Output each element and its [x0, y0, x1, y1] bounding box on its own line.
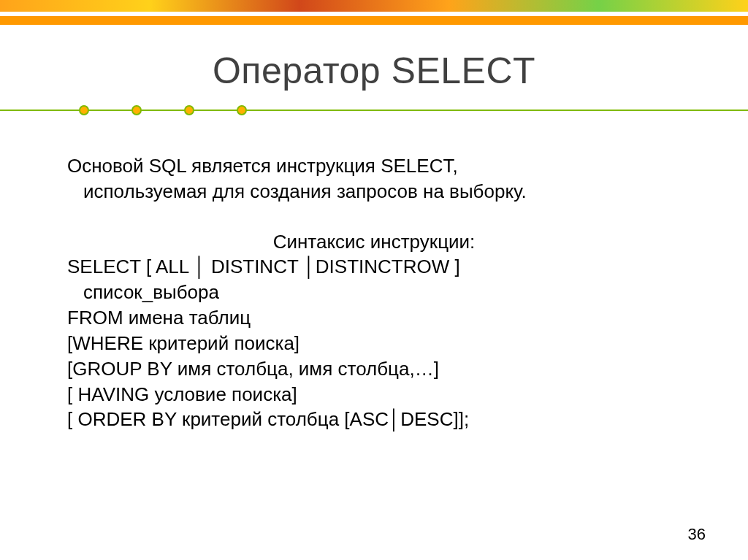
bullet-dot-icon	[237, 105, 247, 115]
vertical-spacer	[67, 204, 681, 229]
green-divider-line	[0, 110, 748, 111]
page-number: 36	[688, 525, 706, 544]
syntax-having: [ HAVING условие поиска]	[67, 382, 681, 407]
decorative-top-stripe	[0, 0, 748, 12]
syntax-where: [WHERE критерий поиска]	[67, 331, 681, 356]
orange-accent-bar	[0, 16, 748, 25]
intro-line-1: Основой SQL является инструкция SELECT,	[67, 155, 458, 177]
intro-paragraph: Основой SQL является инструкция SELECT, …	[67, 153, 681, 204]
syntax-select-cont: список_выбора	[83, 281, 219, 303]
bullet-dot-icon	[131, 105, 142, 115]
syntax-from: FROM имена таблиц	[67, 305, 681, 331]
intro-line-2: используемая для создания запросов на вы…	[83, 180, 527, 202]
slide-title: Оператор SELECT	[0, 50, 748, 92]
title-area: Оператор SELECT	[0, 50, 748, 92]
bullet-dot-icon	[79, 105, 89, 115]
syntax-select-main: SELECT [ ALL │ DISTINCT │DISTINCTROW ]	[67, 256, 460, 277]
syntax-groupby: [GROUP BY имя столбца, имя столбца,…]	[67, 356, 681, 382]
slide: Оператор SELECT Основой SQL является инс…	[0, 0, 748, 560]
syntax-heading: Синтаксис инструкции:	[67, 229, 681, 255]
title-underline	[0, 105, 748, 115]
slide-body: Основой SQL является инструкция SELECT, …	[67, 153, 681, 432]
bullet-dot-icon	[184, 105, 194, 115]
syntax-orderby: [ ORDER BY критерий столбца [ASC│DESC]];	[67, 407, 681, 432]
syntax-select: SELECT [ ALL │ DISTINCT │DISTINCTROW ] с…	[67, 254, 681, 305]
